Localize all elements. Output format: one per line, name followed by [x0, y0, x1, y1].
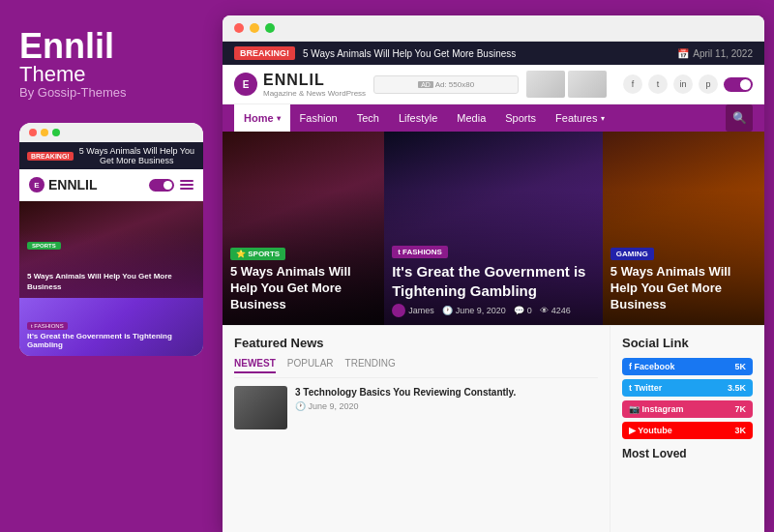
views-count: 4246 [551, 306, 571, 315]
news-text-1: 3 Technology Basics You Reviewing Consta… [295, 386, 516, 411]
nav-item-home[interactable]: Home ▾ [234, 104, 290, 132]
news-thumb-1 [234, 386, 287, 429]
nav-tech-label: Tech [357, 112, 379, 124]
site-logo: E ENNLIL Magazine & News WordPress [234, 72, 366, 98]
mobile-hamburger[interactable] [180, 180, 194, 190]
logo-sub: Magazine & News WordPress [263, 89, 366, 98]
card-content-2: t FASHIONS It's Great the Government is … [384, 233, 603, 325]
site-header: E ENNLIL Magazine & News WordPress AD Ad… [223, 65, 764, 104]
mobile-controls [149, 179, 194, 192]
tab-newest[interactable]: NEWEST [234, 358, 276, 373]
twitter-icon[interactable]: t [648, 74, 668, 94]
browser-window: BREAKING! 5 Ways Animals Will Help You G… [223, 15, 764, 532]
logo-circle-icon: E [234, 73, 257, 96]
logo-info: ENNLIL Magazine & News WordPress [263, 72, 366, 98]
news-item-title-1: 3 Technology Basics You Reviewing Consta… [295, 386, 516, 399]
article-badge-fashions: t FASHIONS [392, 246, 448, 258]
mobile-dark-toggle[interactable] [149, 179, 174, 192]
facebook-icon[interactable]: f [623, 74, 642, 94]
news-tabs: NEWEST POPULAR TRENDING [234, 358, 598, 378]
card-content-1: ⭐ SPORTS 5 Ways Animals Will Help You Ge… [223, 235, 384, 325]
mobile-fashions-title: It's Great the Government is Tightening … [27, 332, 195, 350]
mobile-breaking-badge: BREAKING! [27, 152, 74, 161]
date-value: June 9, 2020 [456, 306, 506, 315]
nav-fashion-label: Fashion [300, 112, 338, 124]
nav-item-fashion[interactable]: Fashion [290, 104, 347, 132]
dark-mode-toggle[interactable] [724, 77, 753, 92]
featured-news-section: Featured News NEWEST POPULAR TRENDING [223, 326, 610, 532]
window-controls [19, 123, 203, 142]
author-name: James [408, 306, 434, 315]
mobile-logo-text-label: ENNLIL [48, 177, 98, 192]
most-loved-title: Most Loved [622, 447, 753, 460]
nav-item-features[interactable]: Features ▾ [546, 104, 613, 132]
facebook-link[interactable]: f Facebook 5K [622, 358, 753, 375]
breaking-news-text: 5 Ways Animals Will Help You Get More Bu… [303, 48, 670, 59]
browser-maximize-dot[interactable] [265, 23, 275, 33]
article-card-1[interactable]: ⭐ SPORTS 5 Ways Animals Will Help You Ge… [223, 132, 384, 325]
news-item-date-1: 🕐 June 9, 2020 [295, 401, 516, 411]
nav-item-tech[interactable]: Tech [347, 104, 389, 132]
calendar-icon: 📅 [677, 48, 689, 59]
featured-news-title: Featured News [234, 336, 598, 350]
facebook-count: 5K [734, 362, 746, 371]
mobile-hero-text: 5 Ways Animals Will Help You Get More Bu… [27, 272, 195, 292]
nav-media-label: Media [457, 112, 486, 124]
nav-item-sports[interactable]: Sports [495, 104, 546, 132]
article-card-3[interactable]: GAMING 5 Ways Animals Will Help You Get … [603, 132, 764, 325]
article-badge-sports: ⭐ SPORTS [230, 248, 285, 260]
twitter-link[interactable]: t Twitter 3.5K [622, 379, 753, 397]
instagram-link[interactable]: 📷 Instagram 7K [622, 400, 753, 418]
youtube-icon-label: ▶ Youtube [629, 426, 672, 435]
logo-name: ENNLIL [263, 72, 366, 89]
ad-label: Ad: 550x80 [435, 80, 474, 89]
minimize-dot [41, 129, 48, 136]
mobile-logo-icon: E [29, 177, 45, 192]
article-author: James [392, 304, 434, 317]
comment-icon: 💬 [514, 306, 524, 315]
nav-features-label: Features [555, 112, 597, 124]
nav-search-button[interactable]: 🔍 [726, 104, 753, 132]
social-links-title: Social Link [622, 336, 753, 350]
nav-item-media[interactable]: Media [447, 104, 495, 132]
browser-close-dot[interactable] [234, 23, 244, 33]
trending-label: TRENDING [345, 358, 396, 369]
mobile-hero-image: SPORTS 5 Ways Animals Will Help You Get … [19, 201, 203, 298]
youtube-link[interactable]: ▶ Youtube 3K [622, 422, 753, 439]
article-meta-2: James 🕐 June 9, 2020 💬 0 👁 4246 [392, 304, 595, 317]
newest-label: NEWEST [234, 358, 276, 369]
date-text: April 11, 2022 [693, 48, 753, 59]
comment-count: 0 [527, 306, 532, 315]
mobile-bottom-image: t FASHIONS It's Great the Government is … [19, 298, 203, 356]
clock-icon-news: 🕐 [295, 401, 306, 411]
breaking-badge: BREAKING! [234, 46, 295, 60]
nav-item-lifestyle[interactable]: Lifestyle [389, 104, 447, 132]
tab-trending[interactable]: TRENDING [345, 358, 396, 373]
articles-grid: ⭐ SPORTS 5 Ways Animals Will Help You Ge… [223, 132, 764, 325]
news-items-list: 3 Technology Basics You Reviewing Consta… [234, 386, 598, 429]
author-avatar [392, 304, 405, 317]
browser-minimize-dot[interactable] [250, 23, 259, 33]
tab-popular[interactable]: POPULAR [287, 358, 334, 373]
mobile-fashions-badge: t FASHIONS [27, 322, 68, 330]
article-title-2: It's Great the Government is Tightening … [392, 262, 595, 300]
mobile-sports-badge: SPORTS [27, 242, 61, 250]
news-date-1: June 9, 2020 [309, 401, 359, 411]
news-item-1[interactable]: 3 Technology Basics You Reviewing Consta… [234, 386, 516, 429]
instagram-count: 7K [734, 404, 746, 414]
nav-sports-label: Sports [505, 112, 536, 124]
browser-content: BREAKING! 5 Ways Animals Will Help You G… [223, 42, 764, 532]
header-ad-images [526, 71, 607, 98]
nav-home-arrow: ▾ [277, 114, 281, 123]
instagram-icon[interactable]: in [673, 74, 693, 94]
left-panel: Ennlil Theme By Gossip-Themes BREAKING! … [0, 0, 223, 532]
youtube-count: 3K [734, 426, 746, 435]
article-card-2[interactable]: t FASHIONS It's Great the Government is … [384, 132, 603, 325]
nav-lifestyle-label: Lifestyle [399, 112, 437, 124]
nav-home-label: Home [244, 112, 274, 124]
mobile-logo-bar: E ENNLIL [19, 169, 203, 201]
ad-image-1 [526, 71, 565, 98]
mobile-fashions-block: t FASHIONS It's Great the Government is … [27, 314, 195, 350]
close-dot [29, 129, 37, 136]
pinterest-icon[interactable]: p [699, 74, 718, 94]
